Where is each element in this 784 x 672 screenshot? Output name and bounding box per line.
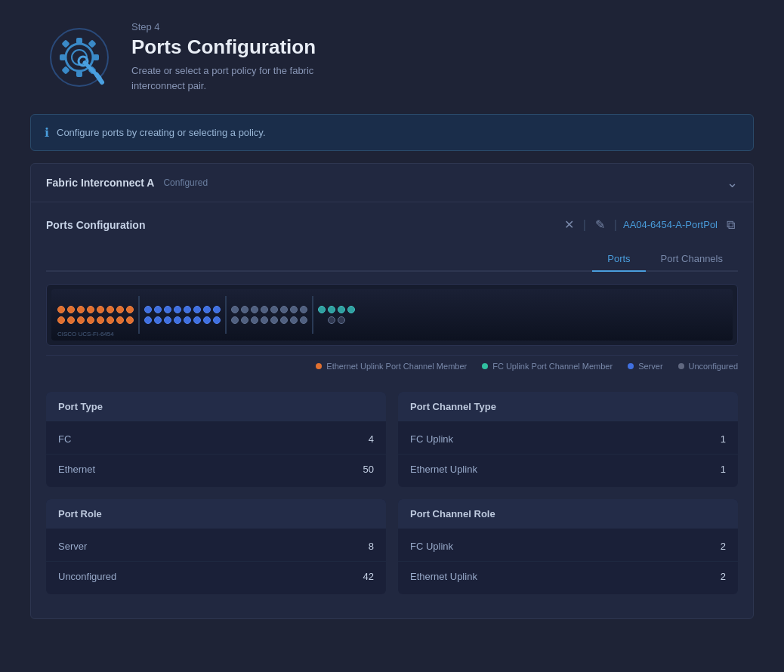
port-dot[interactable]: [106, 316, 114, 324]
port-dot[interactable]: [231, 306, 239, 313]
legend-unconfigured: Unconfigured: [678, 362, 738, 371]
port-dot[interactable]: [184, 316, 191, 324]
port-dot[interactable]: [174, 306, 181, 313]
port-dot[interactable]: [213, 316, 221, 324]
port-dot[interactable]: [154, 316, 162, 324]
chevron-up-icon[interactable]: ⌄: [727, 174, 738, 191]
port-channel-role-card: Port Channel Role FC Uplink 2 Ethernet U…: [398, 499, 738, 594]
legend-dot-orange: [316, 363, 322, 369]
port-group-1: [57, 306, 134, 324]
port-dot[interactable]: [144, 306, 152, 313]
port-dot[interactable]: [213, 306, 221, 313]
port-dot[interactable]: [193, 316, 201, 324]
svg-rect-5: [93, 54, 99, 60]
pcr-label-ethernet: Ethernet Uplink: [410, 571, 477, 582]
step-label: Step 4: [131, 21, 316, 32]
port-dot[interactable]: [193, 306, 201, 313]
port-dot[interactable]: [144, 316, 152, 324]
switch-container: CISCO UCS-FI-6454: [46, 284, 738, 346]
separator-1: |: [583, 218, 586, 232]
edit-button[interactable]: ✎: [592, 214, 608, 235]
legend-label-server: Server: [638, 362, 662, 371]
port-dot[interactable]: [106, 306, 114, 313]
port-dot[interactable]: [87, 316, 94, 324]
fabric-name: Fabric Interconnect A: [46, 177, 154, 189]
port-dot[interactable]: [270, 316, 278, 324]
port-dot[interactable]: [290, 316, 298, 324]
fabric-section: Fabric Interconnect A Configured ⌄ Ports…: [30, 163, 754, 619]
port-dot[interactable]: [164, 316, 171, 324]
pct-value-ethernet: 1: [721, 464, 726, 475]
policy-name: AA04-6454-A-PortPol: [623, 219, 718, 230]
port-dot[interactable]: [97, 306, 104, 313]
port-dot[interactable]: [116, 306, 124, 313]
port-dot[interactable]: [241, 316, 248, 324]
header-text: Step 4 Ports Configuration Create or sel…: [131, 21, 316, 93]
port-dot[interactable]: [67, 316, 75, 324]
port-dot[interactable]: [231, 316, 239, 324]
port-dot[interactable]: [328, 306, 335, 313]
port-dot[interactable]: [184, 306, 191, 313]
port-dot[interactable]: [203, 306, 211, 313]
close-button[interactable]: ✕: [561, 214, 577, 235]
port-dot[interactable]: [57, 316, 65, 324]
port-dot[interactable]: [251, 316, 258, 324]
pcr-value-ethernet: 2: [721, 571, 726, 582]
legend-label-fc-uplink: FC Uplink Port Channel Member: [492, 362, 613, 371]
port-dot[interactable]: [164, 306, 171, 313]
port-dot[interactable]: [290, 306, 298, 313]
port-dot[interactable]: [328, 316, 335, 324]
info-banner: ℹ Configure ports by creating or selecti…: [30, 114, 754, 151]
port-dot[interactable]: [338, 316, 345, 324]
port-dot[interactable]: [77, 306, 85, 313]
port-dot[interactable]: [67, 306, 75, 313]
copy-button[interactable]: ⧉: [724, 215, 738, 235]
port-dot[interactable]: [338, 306, 345, 313]
port-dot[interactable]: [300, 316, 307, 324]
page-header: Step 4 Ports Configuration Create or sel…: [0, 0, 784, 114]
legend-dot-teal: [482, 363, 488, 369]
port-dot[interactable]: [126, 306, 134, 313]
port-dot[interactable]: [280, 306, 288, 313]
port-channel-type-row-ethernet: Ethernet Uplink 1: [398, 455, 738, 484]
port-dot[interactable]: [280, 316, 288, 324]
port-channel-role-body: FC Uplink 2 Ethernet Uplink 2: [398, 529, 738, 594]
port-dot[interactable]: [347, 306, 355, 313]
ports-config-panel: Ports Configuration ✕ | ✎ | AA04-6454-A-…: [31, 202, 753, 618]
port-role-row-server: Server 8: [46, 532, 386, 562]
port-dot[interactable]: [318, 306, 326, 313]
port-dot[interactable]: [251, 306, 258, 313]
port-dot[interactable]: [57, 306, 65, 313]
port-dot[interactable]: [174, 316, 181, 324]
port-dot[interactable]: [116, 316, 124, 324]
port-dot[interactable]: [87, 306, 94, 313]
pct-label-fc: FC Uplink: [410, 433, 453, 445]
pct-label-ethernet: Ethernet Uplink: [410, 464, 477, 475]
port-dot[interactable]: [203, 316, 211, 324]
port-dot[interactable]: [241, 306, 248, 313]
ports-config-actions: ✕ | ✎ | AA04-6454-A-PortPol ⧉: [561, 214, 738, 235]
port-type-value-fc: 4: [369, 433, 374, 445]
step-icon: [45, 23, 113, 91]
port-dot[interactable]: [261, 316, 268, 324]
port-type-row-fc: FC 4: [46, 424, 386, 455]
port-dot[interactable]: [77, 316, 85, 324]
switch-label: CISCO UCS-FI-6454: [57, 331, 114, 338]
port-dot[interactable]: [154, 306, 162, 313]
pr-value-unconfigured: 42: [363, 571, 374, 582]
pcr-row-fc: FC Uplink 2: [398, 532, 738, 562]
svg-rect-3: [76, 38, 82, 44]
port-dot[interactable]: [261, 306, 268, 313]
port-dot[interactable]: [300, 306, 307, 313]
tab-ports[interactable]: Ports: [592, 247, 645, 272]
fabric-status: Configured: [163, 177, 208, 188]
port-type-label-fc: FC: [58, 433, 71, 445]
tab-port-channels[interactable]: Port Channels: [646, 247, 738, 272]
svg-rect-10: [61, 39, 69, 48]
port-dot[interactable]: [97, 316, 104, 324]
port-dot[interactable]: [126, 316, 134, 324]
port-group-3: [231, 306, 307, 324]
port-channel-type-header: Port Channel Type: [398, 392, 738, 421]
port-dot[interactable]: [270, 306, 278, 313]
port-type-label-ethernet: Ethernet: [58, 464, 95, 475]
